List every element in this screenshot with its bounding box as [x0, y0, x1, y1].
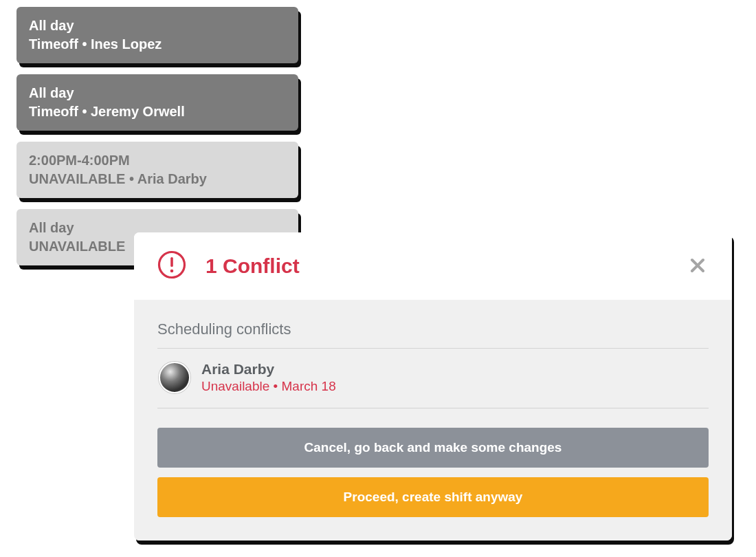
- schedule-card[interactable]: All day Timeoff • Ines Lopez: [16, 7, 298, 63]
- close-button[interactable]: [684, 252, 711, 281]
- modal-body: Scheduling conflicts Aria Darby Unavaila…: [134, 300, 732, 540]
- conflict-person-name: Aria Darby: [201, 361, 336, 378]
- modal-title: 1 Conflict: [205, 254, 684, 278]
- proceed-button[interactable]: Proceed, create shift anyway: [157, 477, 709, 517]
- avatar: [159, 362, 190, 393]
- alert-icon: [157, 250, 186, 282]
- section-heading: Scheduling conflicts: [157, 320, 709, 349]
- conflict-row: Aria Darby Unavailable • March 18: [157, 349, 709, 408]
- svg-rect-1: [170, 257, 173, 267]
- schedule-card-detail: Timeoff • Ines Lopez: [29, 35, 286, 54]
- schedule-card-detail: UNAVAILABLE • Aria Darby: [29, 170, 286, 188]
- schedule-card-time: 2:00PM-4:00PM: [29, 151, 286, 170]
- modal-header: 1 Conflict: [134, 232, 732, 300]
- schedule-card[interactable]: All day Timeoff • Jeremy Orwell: [16, 74, 298, 131]
- close-icon: [689, 257, 706, 276]
- svg-point-2: [170, 270, 174, 273]
- schedule-card-time: All day: [29, 17, 286, 35]
- conflict-modal: 1 Conflict Scheduling conflicts Aria Dar…: [134, 232, 732, 540]
- conflict-info: Aria Darby Unavailable • March 18: [201, 361, 336, 394]
- conflict-detail: Unavailable • March 18: [201, 379, 336, 394]
- cancel-button[interactable]: Cancel, go back and make some changes: [157, 428, 709, 468]
- schedule-card-time: All day: [29, 84, 286, 102]
- schedule-card-detail: Timeoff • Jeremy Orwell: [29, 102, 286, 121]
- schedule-card[interactable]: 2:00PM-4:00PM UNAVAILABLE • Aria Darby: [16, 142, 298, 198]
